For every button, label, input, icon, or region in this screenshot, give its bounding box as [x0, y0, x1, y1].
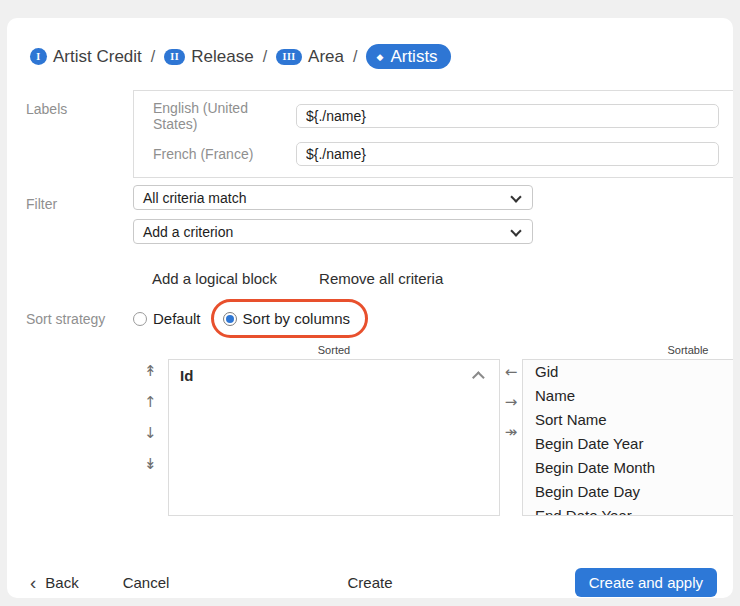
remove-all-criteria-button[interactable]: Remove all criteria [319, 270, 443, 287]
sortable-item[interactable]: Begin Date Day [523, 480, 733, 504]
label-line-english: English (United States) [153, 100, 719, 132]
step-3-icon: III [276, 49, 302, 65]
language-label: English (United States) [153, 100, 296, 132]
sort-strategy-title: Sort strategy [7, 311, 133, 327]
diamond-icon: ◆ [376, 52, 383, 62]
annotation-highlight-ellipse: Sort by columns [211, 299, 369, 338]
radio-default-label: Default [153, 310, 201, 327]
sortable-listbox[interactable]: Gid Name Sort Name Begin Date Year Begin… [522, 359, 733, 516]
breadcrumb-step-area[interactable]: III Area [276, 47, 344, 67]
radio-unchecked-icon[interactable] [133, 312, 147, 326]
breadcrumb-separator: / [151, 48, 155, 66]
sort-strategy-options: Default Sort by columns [133, 310, 368, 327]
breadcrumb-label: Area [308, 47, 344, 67]
wizard-footer: Create ‹ Back Cancel Create and apply [7, 568, 733, 597]
filter-section-title: Filter [7, 185, 133, 212]
breadcrumb-step-artists-active[interactable]: ◆ Artists [366, 44, 450, 69]
breadcrumb-separator: / [263, 48, 267, 66]
sorted-item-id[interactable]: Id [169, 360, 499, 391]
sortable-list-title: Sortable [522, 344, 733, 359]
add-criterion-select[interactable]: Add a criterion [133, 219, 533, 244]
breadcrumb-label: Artists [390, 47, 437, 67]
move-right-icon[interactable]: → [505, 392, 518, 412]
move-to-top-icon[interactable]: ↟ [144, 361, 157, 381]
sortable-item[interactable]: Name [523, 384, 733, 408]
filter-controls: All criteria match Add a criterion Add a… [133, 185, 533, 287]
sortable-item[interactable]: Sort Name [523, 408, 733, 432]
sorted-item-label: Id [180, 367, 193, 384]
radio-default[interactable]: Default [133, 310, 201, 327]
filter-section: Filter All criteria match Add a criterio… [7, 185, 733, 287]
breadcrumb: I Artist Credit / II Release / III Area … [7, 18, 733, 69]
chevron-down-icon [510, 225, 521, 236]
move-to-bottom-icon[interactable]: ↡ [144, 454, 157, 474]
sorted-list-title: Sorted [168, 344, 500, 359]
step-2-icon: II [164, 49, 185, 65]
breadcrumb-separator: / [353, 48, 357, 66]
breadcrumb-label: Release [191, 47, 253, 67]
add-logical-block-button[interactable]: Add a logical block [152, 270, 277, 287]
step-1-icon: I [30, 48, 47, 65]
column-sorter: Sorted Sortable ↟ ↑ ↓ ↡ Id ← → ↠ Gid Nam… [139, 341, 733, 516]
chevron-up-icon[interactable] [472, 371, 485, 384]
language-label: French (France) [153, 146, 296, 162]
transfer-buttons: ← → ↠ [500, 359, 522, 516]
labels-box: English (United States) French (France) [133, 90, 733, 178]
sortable-item[interactable]: Gid [523, 360, 733, 384]
radio-sort-by-columns-label: Sort by columns [243, 310, 351, 327]
radio-checked-icon[interactable] [223, 312, 237, 326]
sortable-item[interactable]: Begin Date Month [523, 456, 733, 480]
move-all-right-icon[interactable]: ↠ [505, 422, 518, 442]
move-down-icon[interactable]: ↓ [144, 423, 157, 443]
criteria-match-value: All criteria match [143, 190, 246, 206]
sort-strategy-section: Sort strategy Default Sort by columns [7, 310, 733, 327]
add-criterion-value: Add a criterion [143, 224, 233, 240]
label-line-french: French (France) [153, 142, 719, 166]
wizard-panel: I Artist Credit / II Release / III Area … [7, 18, 733, 598]
move-left-icon[interactable]: ← [505, 362, 518, 382]
breadcrumb-step-release[interactable]: II Release [164, 47, 253, 67]
reorder-buttons: ↟ ↑ ↓ ↡ [139, 359, 168, 516]
breadcrumb-label: Artist Credit [53, 47, 142, 67]
create-and-apply-button[interactable]: Create and apply [575, 568, 717, 597]
sortable-item[interactable]: Begin Date Year [523, 432, 733, 456]
radio-sort-by-columns[interactable]: Sort by columns [223, 310, 351, 327]
sorted-listbox[interactable]: Id [168, 359, 500, 516]
label-english-input[interactable] [296, 104, 719, 128]
labels-section: Labels English (United States) French (F… [7, 90, 733, 178]
chevron-down-icon [510, 191, 521, 202]
move-up-icon[interactable]: ↑ [144, 392, 157, 412]
breadcrumb-step-artist-credit[interactable]: I Artist Credit [30, 47, 142, 67]
criteria-match-select[interactable]: All criteria match [133, 185, 533, 210]
labels-section-title: Labels [7, 90, 133, 117]
filter-actions: Add a logical block Remove all criteria [133, 253, 533, 287]
sortable-item[interactable]: End Date Year [523, 504, 733, 516]
label-french-input[interactable] [296, 142, 719, 166]
